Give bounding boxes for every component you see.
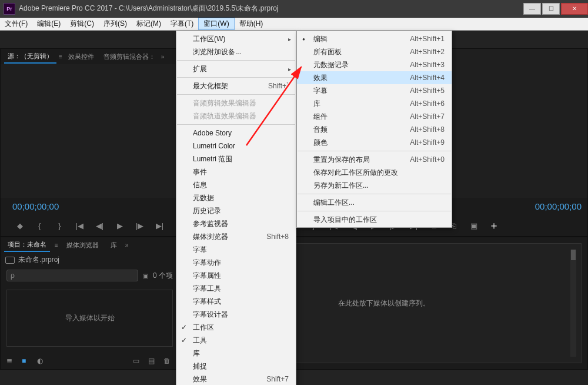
menu-item[interactable]: 重置为保存的布局Alt+Shift+0: [297, 153, 452, 166]
menu-item[interactable]: 所有面板Alt+Shift+2: [297, 45, 452, 58]
menu-item-label: 库: [193, 349, 200, 359]
menu-edit[interactable]: 编辑(E): [32, 18, 65, 30]
menu-item-shortcut: Alt+Shift+5: [410, 87, 445, 95]
tab-audio-mixer[interactable]: 音频剪辑混合器：: [100, 51, 159, 63]
menu-marker[interactable]: 标记(M): [132, 18, 166, 30]
menu-item[interactable]: 工作区: [176, 321, 296, 334]
source-panel: 源：（无剪辑） ≡ 效果控件 音频剪辑混合器： » 00;00;00;00 ◆ …: [0, 48, 179, 237]
menu-item-label: 捕捉: [193, 361, 207, 371]
menu-item[interactable]: 工具: [176, 334, 296, 347]
menu-item[interactable]: 库Alt+Shift+6: [297, 97, 452, 110]
menu-item[interactable]: 编辑工作区...: [297, 196, 452, 209]
menu-item[interactable]: 浏览附加设备...: [176, 45, 296, 58]
tab-source-menu-icon[interactable]: ≡: [59, 54, 62, 60]
menu-item[interactable]: 另存为新工作区...: [297, 179, 452, 192]
menu-item[interactable]: 编辑Alt+Shift+1: [297, 32, 452, 45]
menu-item[interactable]: 信息: [176, 178, 296, 191]
source-timecode[interactable]: 00;00;00;00: [6, 201, 59, 211]
menu-sequence[interactable]: 序列(S): [99, 18, 132, 30]
menu-item-label: Adobe Story: [193, 129, 232, 137]
timeline-scrollbar[interactable]: [570, 250, 576, 357]
menu-item-label: 字幕样式: [193, 297, 221, 307]
goto-in-icon[interactable]: |◀: [75, 221, 85, 230]
new-bin-icon[interactable]: ▭: [133, 357, 142, 365]
tab-project[interactable]: 项目：未命名: [4, 238, 50, 252]
menu-item[interactable]: 元数据记录Alt+Shift+3: [297, 58, 452, 71]
freeform-view-icon[interactable]: ◐: [37, 357, 46, 365]
menu-item-label: 所有面板: [313, 47, 342, 57]
window-dropdown-menu: 工作区(W)浏览附加设备...扩展最大化框架Shift+`音频剪辑效果编辑器音频…: [176, 31, 296, 385]
menu-item[interactable]: 库: [176, 347, 296, 360]
menu-item[interactable]: Lumetri 范围: [176, 152, 296, 165]
menu-item[interactable]: 组件Alt+Shift+7: [297, 110, 452, 123]
filter-bin-icon[interactable]: ▣: [143, 273, 148, 279]
menu-item[interactable]: 历史记录: [176, 204, 296, 217]
menu-file[interactable]: 文件(F): [0, 18, 32, 30]
menu-item[interactable]: 导入项目中的工作区: [297, 213, 452, 226]
out-point-icon[interactable]: }: [55, 221, 65, 230]
menu-item[interactable]: 字幕: [176, 243, 296, 256]
menu-help[interactable]: 帮助(H): [235, 18, 268, 30]
menu-clip[interactable]: 剪辑(C): [65, 18, 99, 30]
in-point-icon[interactable]: {: [35, 221, 45, 230]
menu-item[interactable]: 事件: [176, 165, 296, 178]
export-frame-icon[interactable]: ▣: [469, 221, 479, 230]
menu-item[interactable]: 颜色Alt+Shift+9: [297, 136, 452, 149]
play-icon[interactable]: ▶: [115, 221, 125, 230]
window-titlebar: Pr Adobe Premiere Pro CC 2017 - C:\Users…: [0, 0, 588, 18]
menu-item[interactable]: 元数据: [176, 191, 296, 204]
menu-item[interactable]: 字幕属性: [176, 269, 296, 282]
step-back-icon[interactable]: ◀|: [95, 221, 105, 230]
marker-icon[interactable]: ◆: [15, 221, 25, 230]
menu-item[interactable]: 工作区(W): [176, 32, 296, 45]
menu-item[interactable]: 字幕工具: [176, 282, 296, 295]
window-title: Adobe Premiere Pro CC 2017 - C:\Users\Ad…: [19, 4, 522, 14]
menu-item[interactable]: 捕捉: [176, 360, 296, 373]
menu-window[interactable]: 窗口(W): [198, 18, 234, 30]
icon-view-icon[interactable]: ■: [22, 357, 31, 365]
source-tabs-overflow-icon[interactable]: »: [161, 54, 165, 60]
program-timecode[interactable]: 00;00;00;00: [529, 201, 582, 211]
menu-item[interactable]: 保存对此工作区所做的更改: [297, 166, 452, 179]
menu-item[interactable]: 字幕动作: [176, 256, 296, 269]
menu-item[interactable]: 最大化框架Shift+`: [176, 79, 296, 92]
menu-item-label: 音频剪辑效果编辑器: [193, 98, 256, 108]
tab-project-menu-icon[interactable]: ≡: [55, 242, 58, 248]
menu-item[interactable]: Adobe Story: [176, 127, 296, 140]
menu-title[interactable]: 字幕(T): [166, 18, 198, 30]
menu-item-label: Lumetri 范围: [193, 154, 232, 164]
tab-source[interactable]: 源：（无剪辑）: [4, 50, 56, 64]
step-fwd-icon[interactable]: |▶: [135, 221, 145, 230]
menu-item[interactable]: 媒体浏览器Shift+8: [176, 230, 296, 243]
list-view-icon[interactable]: ≣: [6, 357, 16, 365]
project-tabs-overflow-icon[interactable]: »: [125, 242, 129, 248]
menu-item[interactable]: Lumetri Color: [176, 140, 296, 152]
menu-item[interactable]: 音频Alt+Shift+8: [297, 123, 452, 136]
menu-item-label: 参考监视器: [193, 219, 228, 229]
new-item-icon[interactable]: ▤: [148, 357, 158, 365]
minimize-button[interactable]: —: [523, 3, 541, 15]
menu-item[interactable]: 扩展: [176, 62, 296, 75]
goto-out-icon[interactable]: ▶|: [155, 221, 165, 230]
menu-item[interactable]: 字幕Alt+Shift+5: [297, 84, 452, 97]
trash-icon[interactable]: 🗑: [163, 357, 173, 365]
project-drop-zone[interactable]: 导入媒体以开始: [6, 290, 173, 347]
menu-item-shortcut: Alt+Shift+6: [410, 99, 445, 108]
item-count: 0 个项: [153, 271, 173, 281]
project-search[interactable]: ρ: [6, 270, 138, 281]
menu-item-label: 信息: [193, 180, 207, 190]
menu-item-shortcut: Alt+Shift+3: [410, 61, 445, 69]
add-button-icon[interactable]: ＋: [489, 221, 499, 230]
menu-item-label: 字幕: [193, 245, 207, 255]
menu-item[interactable]: 字幕设计器: [176, 308, 296, 321]
menu-item[interactable]: 字幕样式: [176, 295, 296, 308]
tab-effect-controls[interactable]: 效果控件: [65, 51, 98, 63]
tab-library[interactable]: 库: [107, 239, 121, 251]
close-button[interactable]: ✕: [561, 3, 588, 15]
menu-item[interactable]: 效果Alt+Shift+4: [297, 71, 452, 84]
menu-item[interactable]: 效果Shift+7: [176, 373, 296, 385]
menu-item-label: 工作区: [193, 323, 214, 333]
maximize-button[interactable]: ☐: [542, 3, 560, 15]
menu-item[interactable]: 参考监视器: [176, 217, 296, 230]
tab-media-browser[interactable]: 媒体浏览器: [63, 239, 102, 251]
